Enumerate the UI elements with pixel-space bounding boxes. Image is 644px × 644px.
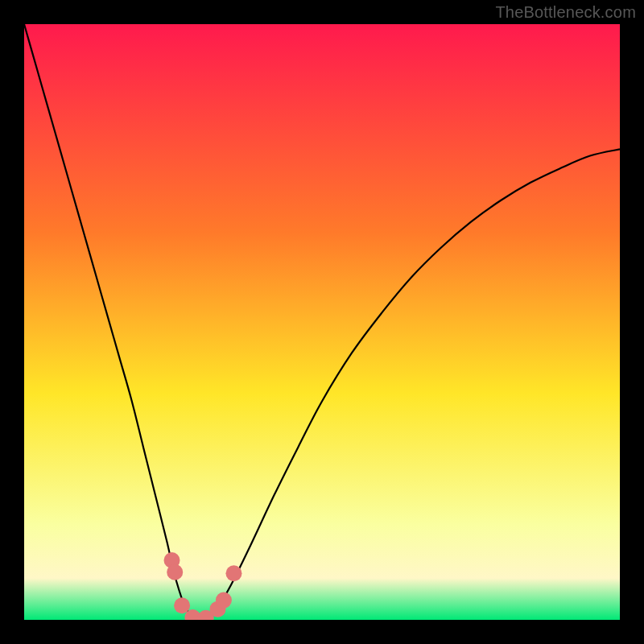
- marker-dot: [216, 592, 232, 609]
- watermark-text: TheBottleneck.com: [495, 3, 636, 22]
- outer-frame: TheBottleneck.com: [0, 0, 644, 644]
- chart-svg: [24, 24, 620, 620]
- chart-plot-area: [24, 24, 620, 620]
- marker-dot: [167, 564, 183, 580]
- marker-dot: [174, 597, 190, 613]
- gradient-background: [24, 24, 620, 620]
- marker-dot: [225, 565, 242, 581]
